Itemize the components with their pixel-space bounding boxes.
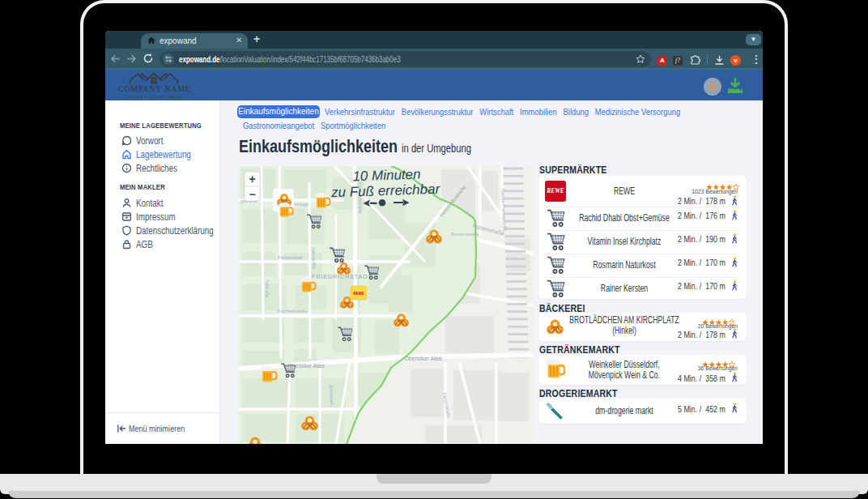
svg-text:Talstraße: Talstraße (265, 279, 270, 298)
svg-text:Zimmerstr.: Zimmerstr. (329, 385, 334, 407)
svg-text:Fürstenwall: Fürstenwall (278, 255, 303, 260)
svg-text:+: + (249, 173, 255, 186)
svg-text:FRIEDRICHSTADT: FRIEDRICHSTADT (312, 274, 372, 279)
svg-text:−: − (249, 188, 255, 201)
svg-text:REWE: REWE (353, 292, 364, 296)
svg-text:Jahnstraße: Jahnstraße (311, 247, 317, 270)
svg-text:Kirchfeldstraße: Kirchfeldstraße (278, 309, 308, 313)
svg-text:Oberbilker Allee: Oberbilker Allee (405, 356, 442, 361)
svg-text:Bunsenstraße: Bunsenstraße (451, 232, 479, 237)
